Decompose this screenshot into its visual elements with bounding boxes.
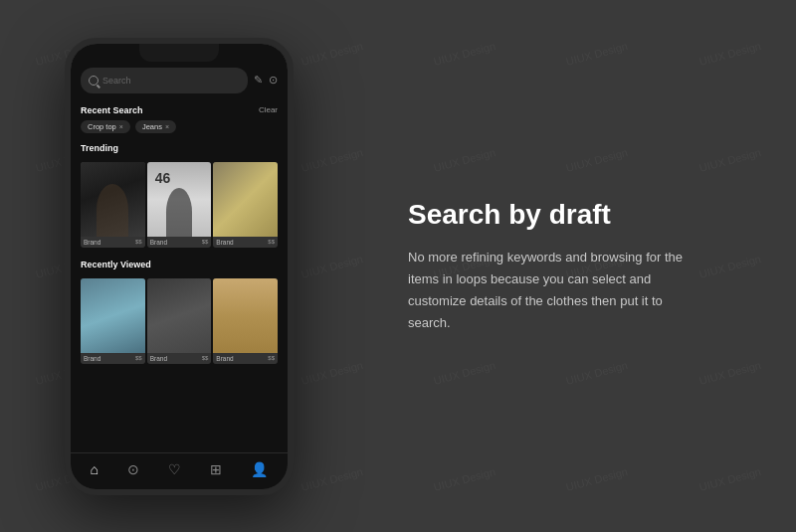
phone-wrapper: Search ✎ ⊙ Recent Search Clear Crop top …	[0, 0, 358, 532]
price-label: $$	[268, 355, 275, 361]
recent-item-2[interactable]: Brand $$	[147, 278, 212, 364]
trending-title: Trending	[81, 143, 118, 153]
nav-wishlist-icon[interactable]: ♡	[168, 461, 181, 477]
tag-jeans[interactable]: Jeans ×	[135, 120, 176, 133]
recent-img-2	[147, 278, 212, 353]
feature-description: No more refining keywords and browsing f…	[408, 247, 687, 334]
nav-search-icon[interactable]: ⊙	[127, 461, 139, 477]
brand-label: Brand	[216, 239, 233, 246]
nav-profile-icon[interactable]: 👤	[251, 461, 268, 477]
price-label: $$	[202, 239, 209, 245]
bottom-nav: ⌂ ⊙ ♡ ⊞ 👤	[71, 452, 288, 489]
brand-label: Brand	[84, 239, 100, 246]
recently-viewed-title: Recently Viewed	[81, 260, 151, 269]
content-panel: Search by draft No more refining keyword…	[358, 158, 796, 375]
item-label-2: Brand $$	[147, 237, 212, 248]
search-placeholder: Search	[102, 76, 131, 86]
main-layout: Search ✎ ⊙ Recent Search Clear Crop top …	[0, 0, 796, 532]
recent-item-1[interactable]: Brand $$	[81, 278, 145, 364]
nav-home-icon[interactable]: ⌂	[91, 461, 99, 477]
recent-search-section: Recent Search Clear Crop top × Jeans ×	[71, 99, 288, 137]
clear-button[interactable]: Clear	[259, 105, 278, 114]
trending-grid: Brand $$ Brand $$ Bran	[71, 162, 288, 248]
tag-close-icon[interactable]: ×	[165, 123, 169, 130]
recently-viewed-grid: Brand $$ Brand $$ Bran	[71, 278, 288, 364]
recent-search-header: Recent Search Clear	[81, 105, 278, 115]
trending-item-1[interactable]: Brand $$	[81, 162, 145, 248]
brand-label: Brand	[150, 355, 167, 362]
item-label-r2: Brand $$	[147, 353, 212, 364]
trending-item-3[interactable]: Brand $$	[213, 162, 278, 248]
price-label: $$	[135, 355, 142, 361]
item-label-r1: Brand $$	[81, 353, 145, 364]
trending-header: Trending	[81, 143, 278, 153]
recent-item-3[interactable]: Brand $$	[213, 278, 278, 364]
trending-item-2[interactable]: Brand $$	[147, 162, 212, 248]
price-label: $$	[202, 355, 209, 361]
tag-close-icon[interactable]: ×	[119, 123, 123, 130]
phone-frame: Search ✎ ⊙ Recent Search Clear Crop top …	[65, 38, 294, 495]
brand-label: Brand	[216, 355, 233, 362]
price-label: $$	[268, 239, 275, 245]
recent-img-1	[81, 278, 145, 353]
camera-icon[interactable]: ⊙	[269, 74, 278, 87]
tag-label: Jeans	[142, 122, 162, 131]
tag-label: Crop top	[88, 122, 116, 131]
search-icon	[89, 76, 99, 86]
nav-cart-icon[interactable]: ⊞	[210, 461, 222, 477]
recent-search-title: Recent Search	[81, 105, 143, 115]
price-label: $$	[135, 239, 142, 245]
item-label-r3: Brand $$	[213, 353, 278, 364]
phone-notch	[139, 44, 219, 62]
search-bar[interactable]: Search	[81, 68, 248, 93]
recent-img-3	[213, 278, 278, 353]
recent-tags-row: Crop top × Jeans ×	[81, 120, 278, 133]
trending-img-2	[147, 162, 212, 237]
item-label-1: Brand $$	[81, 237, 145, 248]
recently-viewed-section: Recently Viewed	[71, 254, 288, 278]
item-label-3: Brand $$	[213, 237, 278, 248]
trending-img-1	[81, 162, 145, 237]
recently-viewed-header: Recently Viewed	[81, 260, 278, 269]
trending-section: Trending	[71, 137, 288, 162]
edit-icon[interactable]: ✎	[254, 74, 263, 87]
tag-crop-top[interactable]: Crop top ×	[81, 120, 130, 133]
trending-img-3	[213, 162, 278, 237]
brand-label: Brand	[84, 355, 100, 362]
brand-label: Brand	[150, 239, 167, 246]
feature-title: Search by draft	[408, 198, 746, 232]
phone-screen: Search ✎ ⊙ Recent Search Clear Crop top …	[71, 44, 288, 489]
